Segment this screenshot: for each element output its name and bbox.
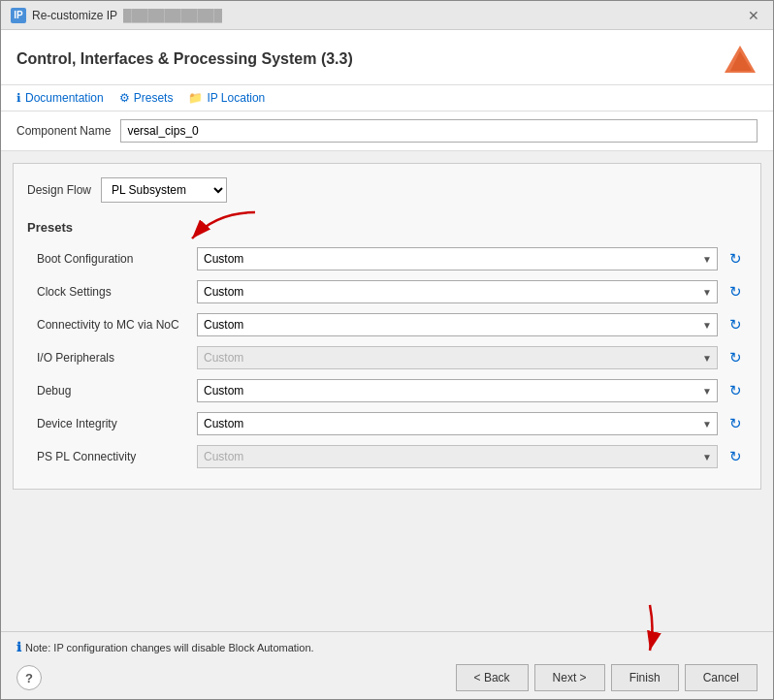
vivado-logo	[723, 42, 758, 77]
footer: ℹ Note: IP configuration changes will di…	[1, 631, 773, 699]
title-bar-left: IP Re-customize IP ████████████	[11, 8, 222, 23]
cancel-button[interactable]: Cancel	[685, 664, 758, 691]
finish-btn-wrapper: Finish	[611, 664, 679, 691]
preset-row-ps-pl: PS PL Connectivity Custom ▼ ↻	[27, 442, 747, 471]
component-name-input[interactable]	[120, 119, 758, 143]
preset-select-integrity[interactable]: Custom	[197, 412, 718, 435]
preset-select-connectivity-wrapper: Custom ▼	[197, 313, 718, 336]
window-title: Re-customize IP	[32, 9, 117, 22]
preset-row-boot: Boot Configuration Custom ▼ ↻	[27, 244, 747, 273]
dialog-title: Control, Interfaces & Processing System …	[16, 50, 353, 68]
footer-buttons: ? < Back Next > Finish	[16, 664, 758, 691]
presets-link[interactable]: ⚙ Presets	[119, 91, 174, 105]
preset-select-io-wrapper: Custom ▼	[197, 346, 718, 369]
toolbar: ℹ Documentation ⚙ Presets 📁 IP Location	[1, 85, 773, 111]
preset-select-io[interactable]: Custom	[197, 346, 718, 369]
preset-label-connectivity: Connectivity to MC via NoC	[27, 318, 197, 332]
header: Control, Interfaces & Processing System …	[1, 30, 773, 85]
arrow-indicator	[177, 205, 265, 253]
settings-panel: Design Flow PL Subsystem PS Only PL Only…	[13, 163, 761, 490]
preset-label-integrity: Device Integrity	[27, 417, 197, 430]
preset-reset-ps-pl[interactable]: ↻	[724, 445, 747, 468]
finish-arrow-indicator	[621, 600, 679, 658]
design-flow-select-wrapper: PL Subsystem PS Only PL Only Full System	[101, 177, 227, 203]
preset-select-boot[interactable]: Custom	[197, 247, 718, 270]
next-button[interactable]: Next >	[534, 664, 605, 691]
preset-select-integrity-wrapper: Custom ▼	[197, 412, 718, 435]
title-bar: IP Re-customize IP ████████████ ✕	[1, 1, 773, 30]
main-window: IP Re-customize IP ████████████ ✕ Contro…	[0, 0, 774, 700]
info-icon: ℹ	[16, 91, 21, 105]
footer-note-text: Note: IP configuration changes will disa…	[25, 642, 314, 653]
back-button[interactable]: < Back	[456, 664, 529, 691]
design-flow-label: Design Flow	[27, 183, 91, 197]
preset-label-io: I/O Peripherals	[27, 351, 197, 365]
preset-label-clock: Clock Settings	[27, 285, 197, 299]
preset-select-clock-wrapper: Custom ▼	[197, 280, 718, 303]
preset-row-integrity: Device Integrity Custom ▼ ↻	[27, 409, 747, 438]
preset-reset-clock[interactable]: ↻	[724, 280, 747, 303]
preset-reset-debug[interactable]: ↻	[724, 379, 747, 402]
design-flow-select[interactable]: PL Subsystem PS Only PL Only Full System	[101, 177, 227, 203]
presets-title: Presets	[27, 220, 747, 235]
preset-label-ps-pl: PS PL Connectivity	[27, 450, 197, 463]
preset-reset-boot[interactable]: ↻	[724, 247, 747, 270]
component-name-label: Component Name	[16, 124, 111, 138]
preset-row-io: I/O Peripherals Custom ▼ ↻	[27, 343, 747, 372]
documentation-link[interactable]: ℹ Documentation	[16, 91, 104, 105]
ip-location-label: IP Location	[207, 91, 265, 105]
presets-label: Presets	[134, 91, 174, 105]
preset-reset-connectivity[interactable]: ↻	[724, 313, 747, 336]
preset-select-connectivity[interactable]: Custom	[197, 313, 718, 336]
finish-button[interactable]: Finish	[611, 664, 679, 691]
ip-location-link[interactable]: 📁 IP Location	[188, 91, 265, 105]
design-flow-row: Design Flow PL Subsystem PS Only PL Only…	[27, 177, 747, 203]
action-buttons: < Back Next > Finish Cancel	[456, 664, 758, 691]
preset-row-connectivity: Connectivity to MC via NoC Custom ▼ ↻	[27, 310, 747, 339]
preset-reset-io[interactable]: ↻	[724, 346, 747, 369]
help-button[interactable]: ?	[16, 665, 42, 690]
preset-label-boot: Boot Configuration	[27, 252, 197, 266]
preset-select-debug[interactable]: Custom	[197, 379, 718, 402]
documentation-label: Documentation	[25, 91, 104, 105]
folder-icon: 📁	[188, 91, 203, 105]
close-button[interactable]: ✕	[744, 8, 763, 23]
preset-select-ps-pl-wrapper: Custom ▼	[197, 445, 718, 468]
preset-select-clock[interactable]: Custom	[197, 280, 718, 303]
preset-select-boot-wrapper: Custom ▼	[197, 247, 718, 270]
preset-reset-integrity[interactable]: ↻	[724, 412, 747, 435]
preset-row-debug: Debug Custom ▼ ↻	[27, 376, 747, 405]
info-icon-footer: ℹ	[16, 640, 21, 654]
gear-icon: ⚙	[119, 91, 130, 105]
preset-row-clock: Clock Settings Custom ▼ ↻	[27, 277, 747, 306]
preset-select-ps-pl[interactable]: Custom	[197, 445, 718, 468]
window-title-blurred: ████████████	[123, 9, 222, 22]
component-name-row: Component Name	[1, 111, 773, 151]
app-icon: IP	[11, 8, 26, 23]
main-content: Design Flow PL Subsystem PS Only PL Only…	[1, 151, 773, 631]
header-title-row: Control, Interfaces & Processing System …	[16, 42, 758, 77]
preset-label-debug: Debug	[27, 384, 197, 398]
presets-section: Presets Boot Configuration Custom ▼ ↻ Cl…	[27, 220, 747, 471]
preset-select-debug-wrapper: Custom ▼	[197, 379, 718, 402]
